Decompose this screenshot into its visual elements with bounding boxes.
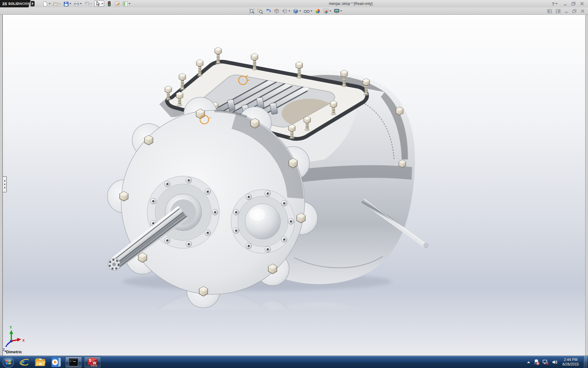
display-style-dropdown-arrow[interactable] bbox=[299, 10, 301, 12]
print-button[interactable] bbox=[74, 1, 82, 7]
gearbox-assembly-3d-model: Y X Z bbox=[3, 15, 585, 356]
taskbar-item-media-player[interactable] bbox=[49, 356, 63, 368]
previous-view-icon[interactable] bbox=[266, 8, 271, 14]
cmd-prompt-text: C:\ bbox=[70, 360, 74, 362]
edit-appearance-icon[interactable] bbox=[315, 8, 321, 14]
expand-panel-arrow-icon bbox=[4, 187, 5, 189]
show-desktop-button[interactable] bbox=[583, 356, 587, 368]
select-dropdown-arrow[interactable] bbox=[101, 3, 103, 4]
windows-start-orb-icon bbox=[2, 356, 14, 368]
view-orientation-button[interactable] bbox=[282, 8, 290, 14]
view-settings-dropdown-arrow[interactable] bbox=[340, 10, 342, 12]
view-settings-button[interactable] bbox=[334, 8, 342, 14]
zoom-to-fit-icon[interactable] bbox=[249, 8, 255, 14]
apply-scene-button[interactable] bbox=[323, 8, 331, 14]
media-player-icon bbox=[51, 357, 62, 367]
apply-scene-dropdown-arrow[interactable] bbox=[330, 10, 331, 12]
network-error-icon[interactable] bbox=[542, 359, 549, 365]
help-dropdown-arrow[interactable] bbox=[556, 3, 557, 4]
options-button[interactable] bbox=[122, 1, 130, 7]
select-tool-button[interactable] bbox=[94, 1, 104, 7]
apply-scene-icon bbox=[323, 8, 329, 14]
options-icon bbox=[122, 1, 128, 7]
close-button[interactable] bbox=[580, 2, 584, 6]
taskbar-item-file-explorer[interactable] bbox=[33, 356, 47, 368]
clock-date: 6/26/2015 bbox=[563, 362, 579, 367]
hide-show-dropdown-arrow[interactable] bbox=[311, 10, 312, 12]
new-dropdown-arrow[interactable] bbox=[49, 3, 51, 4]
file-properties-icon bbox=[114, 1, 120, 7]
triad-x-label: X bbox=[22, 339, 25, 342]
minimize-button[interactable] bbox=[563, 2, 567, 6]
expand-panel-arrow-icon bbox=[4, 180, 5, 182]
doc-restore-button[interactable] bbox=[572, 9, 577, 13]
save-dropdown-arrow[interactable] bbox=[70, 3, 71, 4]
speaker-icon[interactable] bbox=[552, 359, 558, 365]
view-orientation-icon bbox=[282, 8, 288, 14]
expand-panel-arrow-icon bbox=[4, 183, 5, 185]
triad-y-label: Y bbox=[9, 325, 12, 330]
file-properties-button[interactable] bbox=[114, 1, 120, 7]
print-dropdown-arrow[interactable] bbox=[80, 3, 82, 4]
solidworks-2015-icon: S W 2015 bbox=[87, 357, 98, 367]
collapse-right-panel-button[interactable] bbox=[556, 9, 561, 13]
save-button[interactable] bbox=[63, 1, 71, 7]
help-icon: ? bbox=[552, 1, 555, 6]
help-button[interactable]: ? bbox=[552, 1, 557, 6]
hide-show-items-icon bbox=[303, 8, 310, 14]
internet-explorer-icon: e bbox=[19, 357, 29, 367]
standard-toolbar bbox=[42, 1, 130, 7]
rebuild-traffic-light-icon bbox=[106, 1, 112, 7]
hide-show-items-button[interactable] bbox=[303, 8, 312, 14]
view-settings-icon bbox=[334, 8, 340, 14]
taskbar-clock[interactable]: 2:44 PM 6/26/2015 bbox=[563, 358, 579, 367]
undo-button bbox=[84, 1, 92, 7]
start-button[interactable] bbox=[2, 356, 15, 368]
new-document-icon bbox=[42, 1, 48, 7]
open-dropdown-arrow bbox=[59, 3, 61, 4]
file-explorer-icon bbox=[35, 357, 46, 367]
flyout-arrow-icon bbox=[32, 2, 33, 5]
show-hidden-icons-chevron[interactable] bbox=[526, 360, 531, 364]
display-style-button[interactable] bbox=[293, 8, 301, 14]
print-icon bbox=[74, 1, 79, 7]
sw-letter-s: S bbox=[89, 358, 91, 363]
doc-minimize-button[interactable] bbox=[564, 9, 569, 13]
system-tray: 2:44 PM 6/26/2015 bbox=[526, 356, 588, 368]
view-orientation-dropdown-arrow[interactable] bbox=[288, 10, 290, 12]
zoom-to-area-icon[interactable] bbox=[257, 8, 263, 14]
select-cursor-icon bbox=[95, 1, 100, 6]
title-bar: 3S SOLIDWORKS bbox=[0, 0, 588, 7]
clock-time: 2:44 PM bbox=[563, 358, 579, 362]
open-document-button[interactable] bbox=[53, 1, 61, 7]
view-orientation-label: *Dimetric bbox=[5, 350, 22, 354]
document-toolbar-row bbox=[0, 7, 588, 15]
open-document-icon bbox=[53, 1, 58, 7]
collapse-left-panel-button[interactable] bbox=[547, 9, 552, 13]
taskbar-item-internet-explorer[interactable]: e bbox=[17, 356, 31, 368]
undo-icon bbox=[84, 1, 90, 7]
rebuild-button[interactable] bbox=[106, 1, 112, 7]
new-document-button[interactable] bbox=[42, 1, 51, 7]
taskbar-item-command-prompt[interactable]: C:\ bbox=[65, 357, 82, 368]
doc-close-button[interactable] bbox=[580, 9, 585, 13]
save-icon bbox=[63, 1, 69, 7]
brand-name: SOLIDWORKS bbox=[8, 2, 32, 6]
windows-taskbar: e C:\ bbox=[0, 356, 588, 368]
display-style-icon bbox=[293, 8, 299, 14]
graphics-area[interactable]: Y X Z *Dimetric bbox=[2, 15, 586, 356]
restore-button[interactable] bbox=[571, 2, 576, 6]
command-prompt-icon: C:\ bbox=[69, 358, 78, 366]
document-title: menjac sklop * [Read-only] bbox=[315, 0, 386, 7]
taskbar-item-solidworks[interactable]: S W 2015 bbox=[84, 357, 101, 368]
sw-year-label: 2015 bbox=[91, 364, 97, 367]
options-dropdown-arrow[interactable] bbox=[129, 3, 130, 4]
undo-dropdown-arrow bbox=[90, 3, 92, 4]
menu-flyout-button[interactable] bbox=[31, 1, 35, 6]
feature-manager-collapsed-tab[interactable] bbox=[3, 176, 7, 192]
section-view-icon[interactable] bbox=[274, 8, 280, 14]
orientation-triad[interactable]: Y X Z bbox=[3, 325, 25, 351]
3ds-mark: 3S bbox=[2, 2, 7, 6]
solidworks-logo: 3S SOLIDWORKS bbox=[0, 0, 31, 7]
action-center-flag-icon[interactable] bbox=[533, 359, 540, 365]
